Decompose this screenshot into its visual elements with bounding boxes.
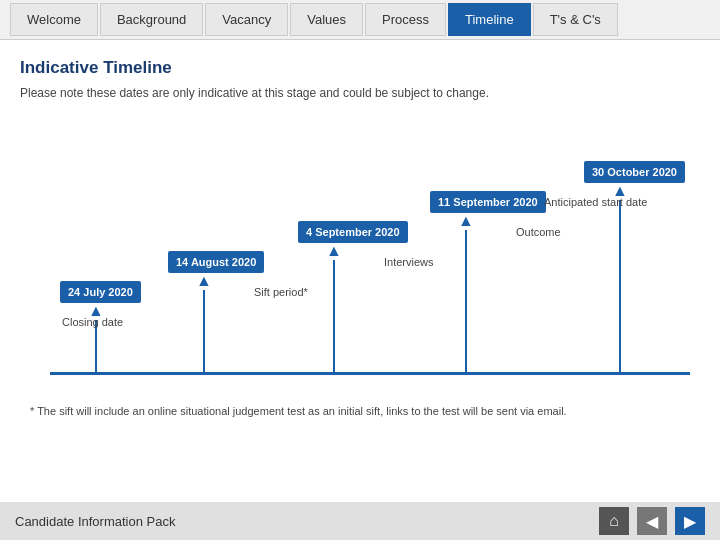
timeline-area: ▲ 24 July 2020 Closing date ▲ 14 August … [20, 115, 700, 395]
milestone-sift-date: 14 August 2020 [168, 251, 264, 273]
nav-tabs: Welcome Background Vacancy Values Proces… [0, 0, 720, 40]
milestone-interviews-label: Outcome [516, 226, 561, 238]
milestone-start-label: Anticipated start date [544, 196, 647, 208]
tab-process[interactable]: Process [365, 3, 446, 36]
bottom-nav-icons: ⌂ ◀ ▶ [599, 507, 705, 535]
milestone-outcome-label: Interviews [384, 256, 434, 268]
tab-values[interactable]: Values [290, 3, 363, 36]
back-button[interactable]: ◀ [637, 507, 667, 535]
milestone-interviews-date: 11 September 2020 [430, 191, 546, 213]
milestone-closing-label: Closing date [62, 316, 123, 328]
home-button[interactable]: ⌂ [599, 507, 629, 535]
forward-button[interactable]: ▶ [675, 507, 705, 535]
milestone-sift-label: Sift period* [254, 286, 308, 298]
tab-vacancy[interactable]: Vacancy [205, 3, 288, 36]
milestone-start-date: 30 October 2020 [584, 161, 685, 183]
page-subtitle: Please note these dates are only indicat… [20, 86, 700, 100]
tab-tcs[interactable]: T's & C's [533, 3, 618, 36]
pack-label: Candidate Information Pack [15, 514, 175, 529]
footer-note: * The sift will include an online situat… [30, 403, 690, 420]
page-title: Indicative Timeline [20, 58, 700, 78]
tab-welcome[interactable]: Welcome [10, 3, 98, 36]
tab-background[interactable]: Background [100, 3, 203, 36]
milestone-closing-date: 24 July 2020 [60, 281, 141, 303]
main-content: Indicative Timeline Please note these da… [0, 40, 720, 430]
tab-timeline[interactable]: Timeline [448, 3, 531, 36]
bottom-bar: Candidate Information Pack ⌂ ◀ ▶ [0, 502, 720, 540]
milestone-outcome-date: 4 September 2020 [298, 221, 408, 243]
timeline-line [50, 372, 690, 375]
